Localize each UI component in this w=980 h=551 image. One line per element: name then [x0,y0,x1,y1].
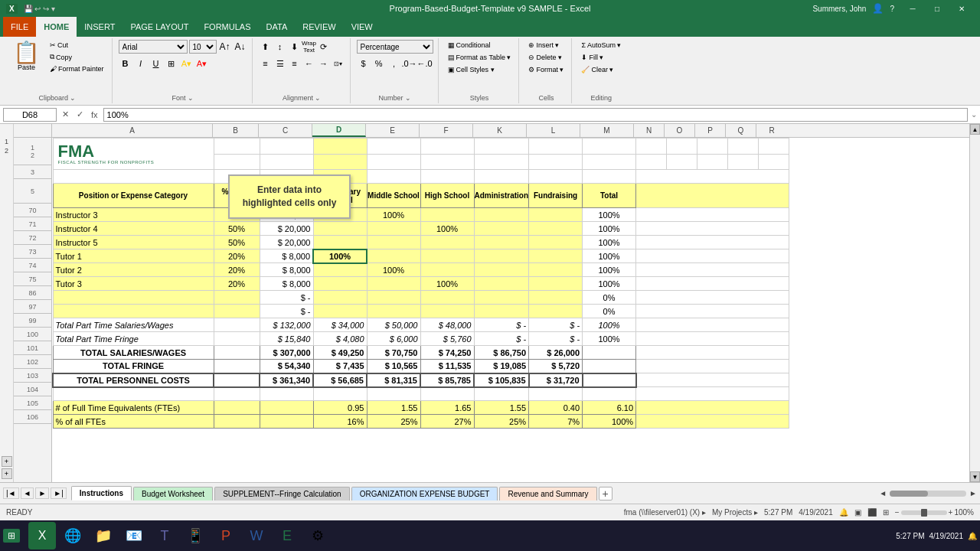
k70-cell[interactable] [474,208,529,222]
sheet-next-button[interactable]: ► [35,487,49,499]
taskbar-word-icon[interactable]: W [243,522,270,549]
tab-insert[interactable]: INSERT [77,17,122,37]
align-bottom-button[interactable]: ⬇ [288,40,302,54]
o2-cell[interactable] [667,154,697,170]
a75-cell[interactable]: Tutor 3 [53,277,214,291]
l74-cell[interactable] [529,263,583,277]
header-e[interactable]: Middle School [367,184,420,208]
align-left-button[interactable]: ≡ [259,57,273,70]
tab-file[interactable]: FILE [3,17,36,37]
a104-cell[interactable] [53,387,214,401]
view-layout-icon[interactable]: ⬛ [867,508,877,517]
c71-cell[interactable]: $ 20,000 [260,222,313,236]
l100-cell[interactable]: $ - [529,332,583,346]
e86-cell[interactable] [367,291,420,305]
e105-cell[interactable]: 1.55 [367,401,420,415]
f70-cell[interactable] [420,208,474,222]
increase-indent-button[interactable]: → [317,57,331,70]
e3-cell[interactable] [367,170,420,184]
d75-cell[interactable] [313,277,367,291]
r1-cell[interactable] [759,139,789,155]
c99-cell[interactable]: $ 132,000 [260,318,313,332]
k3-cell[interactable] [474,170,529,184]
taskbar-edge-icon[interactable]: 🌐 [59,522,87,549]
sheet-last-button[interactable]: ►| [51,487,67,499]
total103-cell[interactable] [583,373,636,387]
f2-cell[interactable] [420,154,474,170]
window-controls[interactable]: ─ □ ✕ [900,0,974,17]
col-header-c[interactable]: C [259,124,312,137]
merge-center-button[interactable]: ⊡▾ [332,57,345,70]
header-k[interactable]: Administration [474,184,529,208]
orient-button[interactable]: ⟳ [317,40,331,54]
sheet-tab-supplement[interactable]: SUPPLEMENT--Fringe Calculation [214,487,350,500]
b101-cell[interactable] [214,346,260,360]
tab-data[interactable]: DATA [259,17,296,37]
f101-cell[interactable]: $ 74,250 [420,346,474,360]
font-grow-button[interactable]: A↑ [218,40,232,54]
taskbar-settings-icon[interactable]: ⚙ [304,522,332,549]
f73-cell[interactable] [420,249,474,263]
m2-cell[interactable] [583,154,636,170]
l86-cell[interactable] [529,291,583,305]
e74-cell[interactable]: 100% [367,263,420,277]
l97-cell[interactable] [529,305,583,318]
border-button[interactable]: ⊞ [165,57,178,70]
f102-cell[interactable]: $ 11,535 [420,360,474,373]
formula-input[interactable] [103,108,968,122]
b72-cell[interactable]: 50% [214,236,260,249]
tab-formulas[interactable]: FORMULAS [196,17,258,37]
q1-cell[interactable] [728,139,759,155]
k99-cell[interactable]: $ - [474,318,529,332]
font-expand-icon[interactable]: ⌄ [188,94,194,102]
l3-cell[interactable] [529,170,583,184]
number-expand-icon[interactable]: ⌄ [405,94,411,102]
autosum-button[interactable]: Σ AutoSum ▾ [578,40,624,51]
e102-cell[interactable]: $ 10,565 [367,360,420,373]
c72-cell[interactable]: $ 20,000 [260,236,313,249]
zoom-slider[interactable] [901,510,947,515]
e70-cell[interactable]: 100% [367,208,420,222]
a73-cell[interactable]: Tutor 1 [53,249,214,263]
c106-cell[interactable] [260,415,313,429]
currency-button[interactable]: $ [357,57,371,70]
b73-cell[interactable]: 20% [214,249,260,263]
d101-cell[interactable]: $ 49,250 [313,346,367,360]
vertical-scrollbar[interactable]: ▲ ▼ [969,124,980,482]
total102-cell[interactable] [583,360,636,373]
b103-cell[interactable] [214,373,260,387]
k97-cell[interactable] [474,305,529,318]
k100-cell[interactable]: $ - [474,332,529,346]
e103-cell[interactable]: $ 81,315 [367,373,420,387]
paste-button[interactable]: 📋 Paste [8,40,45,73]
scroll-track[interactable] [970,135,980,471]
d72-cell[interactable] [313,236,367,249]
k1-cell[interactable] [474,139,529,155]
align-top-button[interactable]: ⬆ [259,40,273,54]
c104-cell[interactable] [260,387,313,401]
d97-cell[interactable] [313,305,367,318]
f106-cell[interactable]: 27% [420,415,474,429]
d105-cell[interactable]: 0.95 [313,401,367,415]
k86-cell[interactable] [474,291,529,305]
p1-cell[interactable] [697,139,728,155]
c73-cell[interactable]: $ 8,000 [260,249,313,263]
e97-cell[interactable] [367,305,420,318]
l71-cell[interactable] [529,222,583,236]
d106-cell[interactable]: 16% [313,415,367,429]
b2-cell[interactable] [214,154,260,170]
row-group-2[interactable]: 2 [5,147,8,155]
cell-styles-button[interactable]: ▣ Cell Styles ▾ [445,64,498,75]
decrease-decimal-button[interactable]: ←.0 [418,57,432,70]
zoom-control[interactable]: − + 100% [895,508,974,517]
wrap-text-button[interactable]: Wrap Text [302,40,316,54]
e75-cell[interactable] [367,277,420,291]
taskbar-powerpoint-icon[interactable]: P [212,522,240,549]
sheet-first-button[interactable]: |◄ [3,487,19,499]
l1-cell[interactable] [529,139,583,155]
total99-cell[interactable]: 100% [583,318,636,332]
total71-cell[interactable]: 100% [583,222,636,236]
confirm-formula-icon[interactable]: ✓ [74,109,86,119]
cancel-formula-icon[interactable]: ✕ [60,109,71,119]
b105-cell[interactable] [214,401,260,415]
